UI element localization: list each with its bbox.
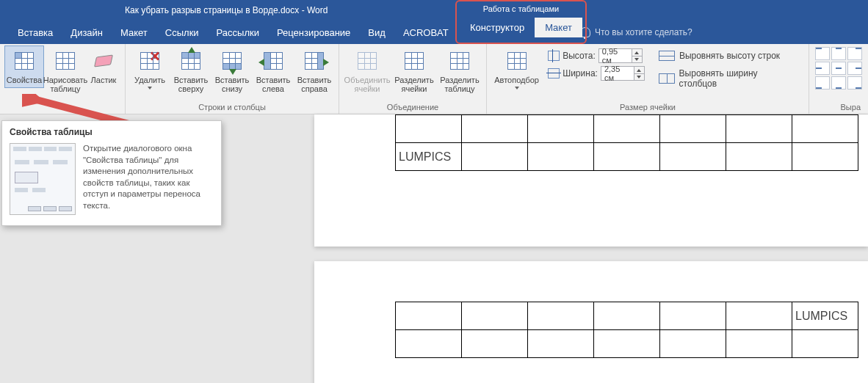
insert-right-icon: [303, 49, 326, 73]
insert-below-icon: [220, 49, 244, 73]
title-bar: Как убрать разрыв страницы в Ворде.docx …: [0, 0, 868, 21]
properties-icon: [12, 49, 36, 73]
merge-cells-icon: [355, 49, 379, 73]
split-cells-label: Разделить ячейки: [394, 76, 434, 93]
chevron-down-icon: [148, 87, 152, 90]
width-spinbox[interactable]: 2,35 см: [601, 66, 645, 81]
tell-me-placeholder: Что вы хотите сделать?: [595, 27, 692, 37]
tab-review[interactable]: Рецензирование: [268, 21, 359, 44]
tab-design[interactable]: Дизайн: [62, 21, 112, 44]
tab-references[interactable]: Ссылки: [156, 21, 208, 44]
split-table-label: Разделить таблицу: [440, 76, 480, 93]
distribute-buttons: Выровнять высоту строк Выровнять ширину …: [651, 45, 804, 94]
tab-layout[interactable]: Макет: [112, 21, 156, 44]
page-2: LUMPICS: [314, 261, 868, 383]
table-tools-title: Работа с таблицами: [469, 1, 574, 15]
table-row[interactable]: LUMPICS: [396, 302, 858, 330]
align-mid-left[interactable]: [815, 62, 830, 75]
align-bot-left[interactable]: [815, 76, 830, 90]
align-top-right[interactable]: [847, 47, 862, 60]
insert-right-label: Вставить справа: [297, 76, 332, 93]
split-cells-button[interactable]: Разделить ячейки: [392, 45, 436, 97]
tab-view[interactable]: Вид: [359, 21, 394, 44]
delete-icon: [138, 49, 162, 73]
autofit-button[interactable]: Автоподбор: [491, 45, 542, 93]
eraser-icon: [92, 49, 115, 73]
width-label: Ширина:: [563, 68, 598, 79]
group-rows-columns: Удалить Вставить сверху Вставить снизу В…: [126, 44, 339, 114]
insert-below-button[interactable]: Вставить снизу: [212, 45, 252, 97]
distribute-rows-icon: [659, 51, 675, 61]
align-bot-right[interactable]: [847, 76, 862, 90]
distribute-cols-button[interactable]: Выровнять ширину столбцов: [655, 66, 800, 91]
eraser-button[interactable]: Ластик: [87, 45, 120, 88]
tooltip-preview-thumb: [10, 143, 76, 215]
insert-right-button[interactable]: Вставить справа: [294, 45, 334, 97]
insert-left-button[interactable]: Вставить слева: [253, 45, 293, 97]
tab-table-layout[interactable]: Макет: [535, 18, 582, 37]
properties-tooltip: Свойства таблицы Открытие диалогового ок…: [1, 120, 222, 226]
tab-mailings[interactable]: Рассылки: [208, 21, 268, 44]
height-label: Высота:: [563, 51, 596, 61]
split-table-icon: [448, 49, 471, 73]
split-cells-icon: [402, 49, 426, 73]
align-mid-right[interactable]: [847, 62, 862, 75]
width-spin-down[interactable]: [634, 73, 644, 80]
col-width-icon: [548, 68, 560, 79]
height-spin-up[interactable]: [632, 49, 642, 56]
width-spin-up[interactable]: [634, 67, 644, 73]
insert-left-icon: [261, 49, 285, 73]
height-spinbox[interactable]: 0,95 см: [598, 48, 643, 63]
draw-table-button[interactable]: Нарисовать таблицу: [46, 45, 85, 97]
distribute-cols-label: Выровнять ширину столбцов: [679, 68, 796, 89]
align-bot-center[interactable]: [831, 76, 846, 90]
distribute-rows-button[interactable]: Выровнять высоту строк: [655, 48, 800, 63]
row-height-icon: [548, 51, 560, 61]
cell-size-inputs: Высота: 0,95 см Ширина: 2,35 см: [543, 45, 649, 84]
table-row[interactable]: [396, 330, 858, 358]
document-title: Как убрать разрыв страницы в Ворде.docx …: [125, 5, 328, 15]
group-table-label: [4, 101, 120, 114]
autofit-icon: [505, 49, 529, 73]
properties-label: Свойства: [7, 76, 42, 84]
group-alignment-label: Выра: [814, 101, 864, 114]
group-cell-size-label: Размер ячейки: [491, 101, 804, 114]
merge-cells-label: Объединить ячейки: [344, 76, 391, 93]
document-table-1[interactable]: LUMPICS: [395, 114, 858, 171]
delete-button[interactable]: Удалить: [130, 45, 170, 93]
height-spin-down[interactable]: [632, 56, 642, 62]
align-top-left[interactable]: [815, 47, 830, 60]
table-row[interactable]: [396, 115, 858, 143]
tab-table-design[interactable]: Конструктор: [460, 18, 535, 37]
tooltip-title: Свойства таблицы: [10, 127, 214, 137]
table-cell-lumpics[interactable]: LUMPICS: [396, 143, 462, 171]
properties-button[interactable]: Свойства: [4, 45, 44, 88]
eraser-label: Ластик: [91, 76, 117, 84]
group-cell-size: Автоподбор Высота: 0,95 см Ширина: 2,3: [487, 44, 809, 114]
align-top-center[interactable]: [831, 47, 846, 60]
chevron-down-icon: [515, 87, 519, 90]
merge-cells-button: Объединить ячейки: [344, 45, 391, 97]
group-rows-columns-label: Строки и столбцы: [130, 101, 334, 114]
height-value: 0,95 см: [599, 47, 632, 65]
table-row[interactable]: LUMPICS: [396, 143, 858, 171]
insert-above-icon: [179, 49, 203, 73]
tooltip-text: Открытие диалогового окна "Свойства табл…: [83, 143, 214, 211]
page-1: LUMPICS: [314, 114, 868, 247]
ribbon-tabs: Вставка Дизайн Макет Ссылки Рассылки Рец…: [0, 21, 868, 44]
insert-above-label: Вставить сверху: [173, 76, 209, 93]
table-tools-context-highlight: Работа с таблицами Конструктор Макет: [455, 0, 587, 44]
group-table: Свойства Нарисовать таблицу Ластик: [0, 44, 126, 114]
document-table-2[interactable]: LUMPICS: [395, 302, 858, 358]
table-cell-lumpics[interactable]: LUMPICS: [792, 302, 858, 330]
tell-me-search[interactable]: Что вы хотите сделать?: [580, 27, 692, 37]
align-mid-center[interactable]: [831, 62, 846, 75]
tab-acrobat[interactable]: ACROBAT: [394, 21, 457, 44]
split-table-button[interactable]: Разделить таблицу: [438, 45, 482, 97]
insert-above-button[interactable]: Вставить сверху: [171, 45, 211, 97]
autofit-label: Автоподбор: [494, 76, 539, 84]
distribute-rows-label: Выровнять высоту строк: [679, 51, 780, 61]
group-merge-label: Объединение: [344, 101, 482, 114]
ribbon: Свойства Нарисовать таблицу Ластик Удали…: [0, 44, 868, 114]
tab-insert[interactable]: Вставка: [9, 21, 62, 44]
